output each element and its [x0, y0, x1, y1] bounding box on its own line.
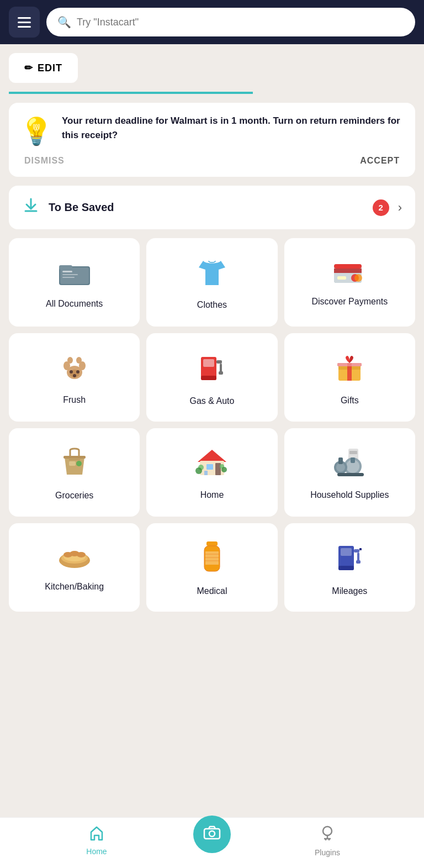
svg-rect-24 — [216, 360, 222, 364]
svg-rect-8 — [334, 269, 362, 273]
search-icon: 🔍 — [57, 15, 71, 29]
svg-point-77 — [323, 827, 332, 835]
svg-rect-72 — [356, 560, 361, 564]
discover-payments-label: Discover Payments — [311, 296, 388, 308]
grid-item-kitchen-baking[interactable]: Kitchen/Baking — [9, 523, 140, 612]
grid-item-mileages[interactable]: Mileages — [284, 523, 415, 612]
menu-line-1 — [18, 17, 31, 19]
house-icon — [195, 446, 229, 482]
plugins-nav-icon — [320, 824, 335, 846]
svg-point-20 — [76, 370, 80, 373]
svg-point-11 — [354, 274, 362, 282]
to-be-saved-section[interactable]: To Be Saved 2 › — [9, 186, 415, 229]
grid-item-discover-payments[interactable]: Discover Payments — [284, 238, 415, 327]
grid-item-frush[interactable]: Frush — [9, 333, 140, 422]
svg-point-16 — [67, 357, 73, 364]
svg-rect-74 — [359, 548, 362, 550]
svg-rect-34 — [69, 461, 76, 466]
grid-item-medical[interactable]: Medical — [146, 523, 277, 612]
svg-rect-12 — [334, 264, 362, 269]
svg-rect-75 — [204, 829, 220, 839]
medicine-icon — [200, 540, 224, 578]
svg-rect-4 — [62, 274, 78, 275]
svg-point-35 — [76, 461, 82, 466]
household-icon — [333, 446, 366, 482]
notification-actions: DISMISS ACCEPT — [20, 156, 404, 166]
medical-label: Medical — [197, 586, 227, 597]
svg-point-52 — [336, 463, 345, 472]
svg-point-76 — [209, 831, 215, 837]
camera-button[interactable] — [193, 816, 231, 853]
shirt-icon — [198, 256, 226, 292]
svg-rect-27 — [201, 376, 216, 380]
grid-item-groceries[interactable]: Groceries — [9, 428, 140, 517]
home-label: Home — [200, 490, 224, 501]
edit-pencil-icon: ✏ — [24, 62, 33, 74]
accept-button[interactable]: ACCEPT — [360, 156, 400, 166]
camera-icon — [203, 824, 221, 844]
bread-icon — [58, 545, 91, 574]
gifts-label: Gifts — [341, 395, 359, 407]
edit-section: ✏ EDIT — [0, 44, 424, 92]
svg-rect-39 — [206, 464, 213, 470]
groceries-label: Groceries — [55, 490, 93, 502]
household-supplies-label: Household Supplies — [310, 490, 389, 501]
clothes-label: Clothes — [197, 299, 227, 311]
svg-marker-37 — [198, 450, 226, 462]
svg-rect-23 — [203, 359, 214, 367]
svg-rect-25 — [220, 364, 222, 372]
svg-rect-53 — [338, 457, 343, 464]
svg-rect-61 — [206, 541, 218, 546]
svg-rect-69 — [341, 548, 352, 556]
svg-point-60 — [77, 552, 86, 557]
grid-item-clothes[interactable]: Clothes — [146, 238, 277, 327]
svg-rect-9 — [337, 276, 346, 280]
frush-label: Frush — [63, 394, 86, 406]
mileage-pump-icon — [335, 540, 364, 578]
svg-rect-41 — [204, 471, 208, 475]
gift-icon — [334, 351, 365, 387]
menu-line-2 — [18, 22, 31, 23]
svg-point-19 — [70, 370, 73, 373]
grid-item-all-documents[interactable]: All Documents — [9, 238, 140, 327]
svg-rect-54 — [337, 473, 364, 476]
category-grid: All Documents Clothes Discover Payments — [0, 238, 424, 620]
to-be-saved-badge: 2 — [373, 199, 389, 216]
svg-point-17 — [76, 357, 82, 364]
svg-rect-3 — [62, 271, 72, 272]
dismiss-button[interactable]: DISMISS — [24, 156, 65, 166]
app-header: 🔍 — [0, 0, 424, 44]
home-nav-icon — [89, 825, 104, 845]
grid-item-household-supplies[interactable]: Household Supplies — [284, 428, 415, 517]
grocery-bag-icon — [60, 446, 89, 482]
svg-rect-5 — [62, 277, 75, 278]
kitchen-baking-label: Kitchen/Baking — [45, 581, 104, 593]
edit-button[interactable]: ✏ EDIT — [9, 53, 78, 83]
search-input[interactable] — [77, 17, 404, 28]
svg-rect-66 — [204, 557, 220, 558]
grid-item-gifts[interactable]: Gifts — [284, 333, 415, 422]
svg-rect-65 — [204, 554, 220, 555]
svg-rect-40 — [215, 463, 221, 475]
nav-item-home[interactable]: Home — [0, 825, 193, 856]
grid-item-gas-auto[interactable]: Gas & Auto — [146, 333, 277, 422]
nav-item-plugins[interactable]: Plugins — [231, 824, 424, 857]
svg-rect-67 — [204, 560, 220, 561]
plugins-nav-label: Plugins — [315, 848, 340, 857]
svg-rect-47 — [349, 451, 357, 454]
gas-auto-label: Gas & Auto — [190, 396, 235, 407]
to-be-saved-label: To Be Saved — [49, 201, 364, 214]
svg-rect-32 — [337, 363, 362, 366]
notification-card: 💡 Your return deadline for Walmart is in… — [9, 103, 415, 177]
search-bar[interactable]: 🔍 — [46, 8, 415, 36]
bulb-icon: 💡 — [20, 116, 53, 147]
gas-pump-icon — [198, 350, 226, 388]
grid-item-home[interactable]: Home — [146, 428, 277, 517]
mileages-label: Mileages — [332, 586, 367, 597]
save-download-icon — [22, 197, 40, 218]
all-documents-label: All Documents — [46, 298, 103, 310]
svg-rect-2 — [60, 267, 89, 284]
home-nav-label: Home — [86, 847, 107, 856]
menu-button[interactable] — [9, 7, 40, 38]
chevron-right-icon: › — [398, 201, 402, 215]
